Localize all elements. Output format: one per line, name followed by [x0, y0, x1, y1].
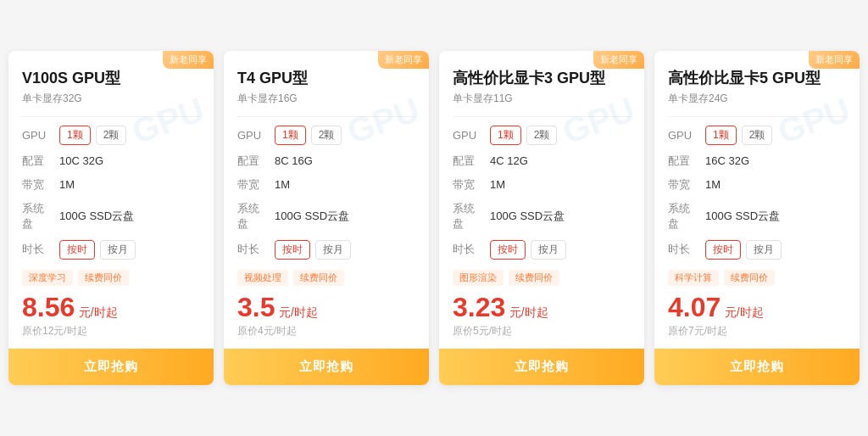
bandwidth-value: 1M: [705, 178, 721, 191]
bandwidth-row: 带宽 1M: [237, 177, 415, 193]
bandwidth-label: 带宽: [22, 177, 53, 193]
tag: 续费同价: [78, 270, 129, 286]
gpu-label: GPU: [237, 129, 268, 142]
disk-value: 100G SSD云盘: [275, 209, 349, 224]
card-subtitle: 单卡显存32G: [22, 92, 200, 106]
gpu-label: GPU: [668, 129, 698, 142]
gpu-option-1[interactable]: 2颗: [526, 126, 558, 145]
disk-row: 系统盘 100G SSD云盘: [237, 201, 415, 232]
disk-value: 100G SSD云盘: [705, 209, 780, 224]
price-main-row: 4.07 元/时起: [668, 293, 846, 322]
spec-value: 4C 12G: [490, 154, 528, 167]
time-label: 时长: [453, 242, 483, 257]
time-label: 时长: [237, 242, 268, 257]
tag: 续费同价: [509, 270, 559, 286]
time-option-0[interactable]: 按时: [59, 240, 95, 260]
bandwidth-value: 1M: [59, 178, 75, 191]
time-options: 按时按月: [275, 240, 351, 260]
disk-label: 系统盘: [22, 201, 53, 232]
bandwidth-label: 带宽: [453, 177, 483, 193]
time-option-1[interactable]: 按月: [100, 240, 136, 260]
time-option-1[interactable]: 按月: [531, 240, 566, 260]
new-badge: 新老同享: [593, 51, 644, 69]
gpu-label: GPU: [22, 129, 53, 142]
card-subtitle: 单卡显存16G: [237, 92, 415, 106]
gpu-option-0[interactable]: 1颗: [275, 126, 306, 145]
card-body: 新老同享 GPU 高性价比显卡3 GPU型 单卡显存11G GPU 1颗2颗 配…: [439, 51, 644, 349]
divider: [237, 116, 415, 117]
buy-button[interactable]: 立即抢购: [654, 349, 860, 385]
buy-button[interactable]: 立即抢购: [224, 349, 429, 385]
gpu-row: GPU 1颗2颗: [237, 126, 415, 145]
time-row: 时长 按时按月: [453, 240, 631, 260]
time-row: 时长 按时按月: [668, 240, 846, 260]
price-main-row: 3.23 元/时起: [453, 293, 631, 322]
disk-label: 系统盘: [668, 201, 698, 232]
price-unit: 元/时起: [279, 305, 318, 319]
disk-value: 100G SSD云盘: [490, 209, 565, 224]
card-gpu3: 新老同享 GPU 高性价比显卡3 GPU型 单卡显存11G GPU 1颗2颗 配…: [439, 51, 644, 385]
card-body: 新老同享 GPU T4 GPU型 单卡显存16G GPU 1颗2颗 配置 8C …: [224, 51, 429, 349]
price-original: 原价4元/时起: [237, 324, 415, 338]
card-subtitle: 单卡显存24G: [668, 92, 846, 106]
time-row: 时长 按时按月: [22, 240, 200, 260]
gpu-option-0[interactable]: 1颗: [705, 126, 737, 145]
card-body: 新老同享 GPU 高性价比显卡5 GPU型 单卡显存24G GPU 1颗2颗 配…: [654, 51, 860, 349]
spec-label: 配置: [237, 154, 268, 169]
bandwidth-value: 1M: [275, 178, 290, 191]
gpu-option-0[interactable]: 1颗: [490, 126, 521, 145]
price-main: 3.5: [237, 292, 275, 322]
gpu-options: 1颗2颗: [59, 126, 126, 145]
price-main: 3.23: [453, 292, 505, 322]
disk-row: 系统盘 100G SSD云盘: [668, 201, 846, 232]
spec-label: 配置: [453, 154, 483, 169]
time-option-0[interactable]: 按时: [490, 240, 526, 260]
spec-value: 8C 16G: [275, 154, 313, 167]
price-original: 原价12元/时起: [22, 324, 200, 338]
spec-label: 配置: [668, 154, 698, 169]
gpu-row: GPU 1颗2颗: [668, 126, 846, 145]
new-badge: 新老同享: [378, 51, 429, 69]
time-option-1[interactable]: 按月: [746, 240, 782, 260]
tag: 深度学习: [22, 270, 73, 286]
disk-label: 系统盘: [453, 201, 483, 232]
disk-row: 系统盘 100G SSD云盘: [22, 201, 200, 232]
gpu-option-1[interactable]: 2颗: [742, 126, 773, 145]
gpu-options: 1颗2颗: [490, 126, 557, 145]
disk-label: 系统盘: [237, 201, 268, 232]
time-row: 时长 按时按月: [237, 240, 415, 260]
buy-button[interactable]: 立即抢购: [8, 349, 214, 385]
time-option-1[interactable]: 按月: [315, 240, 351, 260]
spec-value: 10C 32G: [59, 154, 103, 167]
price-main-row: 8.56 元/时起: [22, 293, 200, 322]
tag: 科学计算: [668, 270, 719, 286]
tag: 续费同价: [724, 270, 775, 286]
price-section: 4.07 元/时起 原价7元/时起: [668, 293, 846, 338]
price-section: 3.5 元/时起 原价4元/时起: [237, 293, 415, 338]
tags-row: 科学计算续费同价: [668, 270, 846, 286]
card-title: V100S GPU型: [22, 68, 200, 88]
gpu-option-1[interactable]: 2颗: [96, 126, 127, 145]
price-section: 3.23 元/时起 原价5元/时起: [453, 293, 631, 338]
gpu-option-1[interactable]: 2颗: [311, 126, 342, 145]
spec-row: 配置 8C 16G: [237, 154, 415, 169]
bandwidth-value: 1M: [490, 178, 505, 191]
tag: 续费同价: [293, 270, 344, 286]
price-unit: 元/时起: [79, 305, 118, 319]
spec-row: 配置 10C 32G: [22, 154, 200, 169]
price-main-row: 3.5 元/时起: [237, 293, 415, 322]
spec-value: 16C 32G: [705, 154, 749, 167]
time-option-0[interactable]: 按时: [275, 240, 310, 260]
card-title: 高性价比显卡5 GPU型: [668, 68, 846, 88]
gpu-row: GPU 1颗2颗: [22, 126, 200, 145]
bandwidth-label: 带宽: [237, 177, 268, 193]
time-label: 时长: [668, 242, 698, 257]
bandwidth-label: 带宽: [668, 177, 698, 193]
time-option-0[interactable]: 按时: [705, 240, 741, 260]
price-main: 4.07: [668, 292, 721, 322]
cards-container: 新老同享 GPU V100S GPU型 单卡显存32G GPU 1颗2颗 配置 …: [8, 51, 860, 385]
price-original: 原价5元/时起: [453, 324, 631, 338]
divider: [22, 116, 200, 117]
buy-button[interactable]: 立即抢购: [439, 349, 644, 385]
gpu-option-0[interactable]: 1颗: [59, 126, 91, 145]
